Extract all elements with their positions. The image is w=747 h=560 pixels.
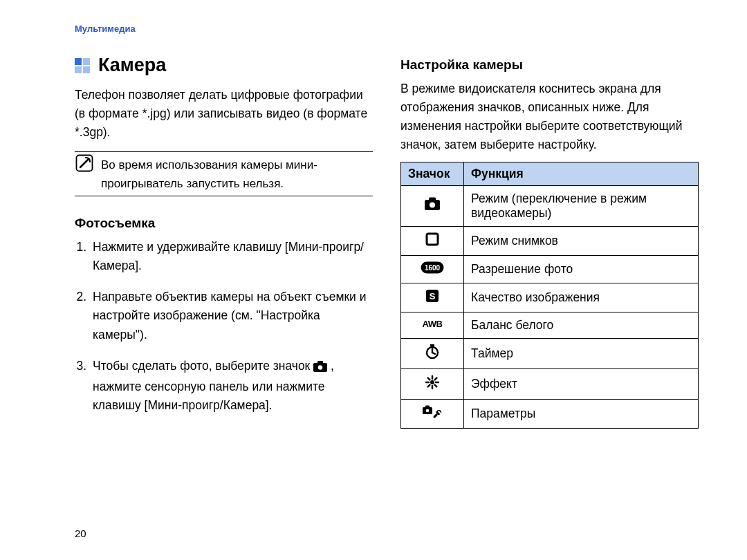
row-func: Режим снимков (464, 226, 699, 255)
row-func: Баланс белого (464, 312, 699, 338)
svg-line-22 (435, 384, 437, 386)
resolution-icon: 1600 (401, 255, 464, 283)
table-row: S Качество изображения (401, 283, 699, 312)
table-row: 1600 Разрешение фото (401, 255, 699, 283)
step-1: Нажмите и удерживайте клавишу [Мини-прои… (90, 238, 373, 275)
svg-text:1600: 1600 (425, 264, 441, 272)
step-3: Чтобы сделать фото, выберите значок , на… (90, 357, 373, 415)
page-number: 20 (75, 528, 86, 539)
svg-text:AWB: AWB (423, 319, 443, 329)
timer-icon (401, 338, 464, 368)
svg-rect-7 (427, 234, 438, 245)
table-row: Режим (переключение в режим видеокамеры) (401, 185, 699, 226)
row-func: Эффект (464, 368, 699, 399)
svg-rect-2 (317, 361, 323, 364)
svg-point-28 (426, 409, 430, 412)
page: Мультимедиа Камера Телефон позволяет дел… (0, 0, 747, 560)
shot-mode-icon (401, 226, 464, 255)
page-title: Камера (98, 55, 166, 76)
table-row: Таймер (401, 338, 699, 368)
svg-text:S: S (430, 291, 436, 301)
content-columns: Камера Телефон позволяет делать цифровые… (75, 46, 699, 429)
section2-heading: Настройка камеры (400, 57, 699, 73)
note-icon (75, 153, 94, 176)
note-text: Во время использования камеры мини-проиг… (101, 153, 373, 193)
row-func: Режим (переключение в режим видеокамеры) (464, 185, 699, 226)
svg-line-25 (428, 384, 430, 386)
row-func: Разрешение фото (464, 255, 699, 283)
svg-rect-27 (425, 405, 430, 408)
right-column: Настройка камеры В режиме видоискателя к… (400, 46, 699, 429)
step-3-text-a: Чтобы сделать фото, выберите значок (93, 359, 313, 373)
svg-rect-5 (429, 198, 436, 202)
table-row: Режим снимков (401, 226, 699, 255)
settings-icon (401, 399, 464, 428)
table-row: Параметры (401, 399, 699, 428)
note-block: Во время использования камеры мини-проиг… (75, 151, 373, 196)
effect-icon (401, 368, 464, 399)
row-func: Параметры (464, 399, 699, 428)
section2-intro: В режиме видоискателя коснитесь экрана д… (400, 80, 699, 155)
svg-line-24 (435, 377, 437, 380)
table-row: Эффект (401, 368, 699, 399)
col-header-func: Функция (464, 162, 699, 185)
svg-rect-14 (430, 344, 434, 346)
steps-list: Нажмите и удерживайте клавишу [Мини-прои… (75, 238, 373, 415)
svg-line-16 (432, 353, 435, 354)
camera-icon (313, 359, 327, 377)
col-header-icon: Значок (401, 162, 464, 185)
section-marker-icon (75, 58, 90, 73)
function-table: Значок Функция Режим (переклю (400, 162, 699, 429)
section1-heading: Фотосъемка (75, 216, 373, 231)
white-balance-icon: AWB (401, 312, 464, 338)
row-func: Качество изображения (464, 283, 699, 312)
running-head: Мультимедиа (75, 24, 699, 34)
left-column: Камера Телефон позволяет делать цифровые… (75, 46, 373, 429)
title-row: Камера (75, 55, 373, 76)
row-func: Таймер (464, 338, 699, 368)
svg-point-17 (430, 380, 434, 384)
svg-line-23 (428, 377, 430, 380)
intro-text: Телефон позволяет делать цифровые фотогр… (75, 86, 373, 142)
table-header-row: Значок Функция (401, 162, 699, 185)
table-row: AWB Баланс белого (401, 312, 699, 338)
quality-icon: S (401, 283, 464, 312)
mode-switch-icon (401, 185, 464, 226)
svg-point-3 (318, 365, 322, 369)
svg-point-6 (430, 203, 435, 208)
step-2: Направьте объектив камеры на объект съем… (90, 288, 373, 344)
